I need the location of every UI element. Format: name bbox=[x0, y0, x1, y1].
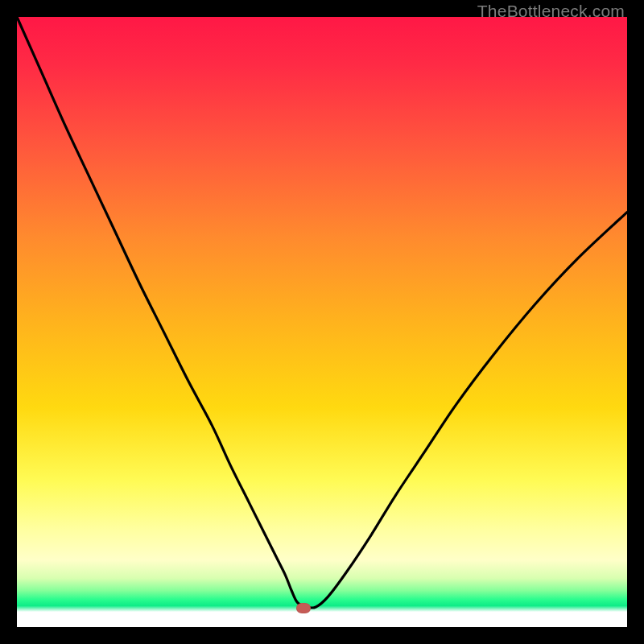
min-marker bbox=[296, 603, 311, 613]
plot-area bbox=[17, 17, 627, 627]
bottleneck-curve bbox=[17, 17, 627, 608]
curve-svg bbox=[17, 17, 627, 627]
chart-frame: TheBottleneck.com bbox=[0, 0, 644, 644]
